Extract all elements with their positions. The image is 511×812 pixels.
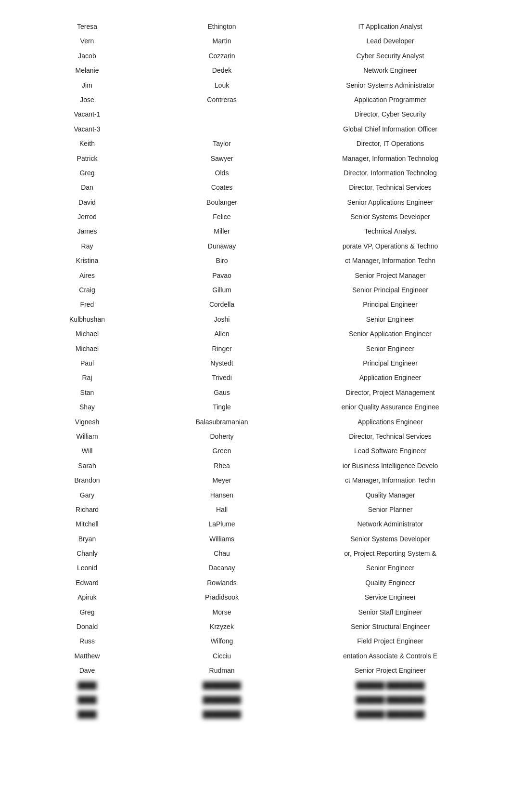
table-row: PatrickSawyerManager, Information Techno… <box>39 151 472 166</box>
table-row: ██████████████████ ████████ <box>39 693 472 707</box>
table-row: WillGreenLead Software Engineer <box>39 444 472 458</box>
last-name: Dacanay <box>174 563 270 573</box>
last-name: Pavao <box>174 270 270 281</box>
last-name <box>174 109 270 119</box>
table-row: ██████████████████ ████████ <box>39 678 472 693</box>
first-name: Stan <box>39 387 135 398</box>
first-name: Vacant-3 <box>39 124 135 134</box>
first-name: Russ <box>39 636 135 646</box>
first-name: Apiruk <box>39 592 135 602</box>
job-title: Senior Systems Administrator <box>308 80 472 91</box>
first-name: Jerrod <box>39 211 135 222</box>
job-title: Senior Principal Engineer <box>308 285 472 295</box>
last-name: ████████ <box>174 694 270 705</box>
first-name: Richard <box>39 504 135 515</box>
first-name: Brandon <box>39 475 135 485</box>
table-row: VernMartinLead Developer <box>39 34 472 48</box>
first-name: Keith <box>39 138 135 149</box>
job-title: ██████ ████████ <box>308 709 472 720</box>
table-row: MelanieDedekNetwork Engineer <box>39 63 472 78</box>
first-name: Matthew <box>39 651 135 661</box>
first-name: Shay <box>39 402 135 412</box>
job-title: Senior Engineer <box>308 314 472 325</box>
table-row: GregOldsDirector, Information Technolog <box>39 166 472 180</box>
job-title: Principal Engineer <box>308 299 472 310</box>
table-row: JerrodFeliceSenior Systems Developer <box>39 210 472 224</box>
first-name: Vern <box>39 36 135 46</box>
first-name: Craig <box>39 285 135 295</box>
table-row: GregMorseSenior Staff Engineer <box>39 605 472 619</box>
last-name: Contreras <box>174 94 270 105</box>
job-title: Senior Structural Engineer <box>308 621 472 632</box>
last-name: Dunaway <box>174 241 270 251</box>
last-name: Trivedi <box>174 372 270 383</box>
job-title: Field Project Engineer <box>308 636 472 646</box>
table-row: JacobCozzarinCyber Security Analyst <box>39 49 472 63</box>
table-row: LeonidDacanaySenior Engineer <box>39 561 472 575</box>
table-row: KulbhushanJoshiSenior Engineer <box>39 312 472 327</box>
table-row: MatthewCicciuentation Associate & Contro… <box>39 649 472 663</box>
first-name: Dan <box>39 182 135 193</box>
job-title: Director, Project Management <box>308 387 472 398</box>
first-name: Edward <box>39 577 135 588</box>
job-title: Senior Planner <box>308 504 472 515</box>
last-name: Miller <box>174 226 270 236</box>
job-title: ██████ ████████ <box>308 694 472 705</box>
job-title: Manager, Information Technolog <box>308 153 472 164</box>
last-name: Nystedt <box>174 358 270 368</box>
last-name: Cicciu <box>174 651 270 661</box>
last-name: Tingle <box>174 402 270 412</box>
first-name: Melanie <box>39 65 135 76</box>
table-row: KeithTaylorDirector, IT Operations <box>39 136 472 151</box>
job-title: Senior Applications Engineer <box>308 197 472 208</box>
last-name: Boulanger <box>174 197 270 208</box>
table-row: BryanWilliamsSenior Systems Developer <box>39 532 472 546</box>
first-name: Teresa <box>39 21 135 32</box>
first-name: Will <box>39 445 135 456</box>
last-name: Louk <box>174 80 270 91</box>
table-row: AiresPavaoSenior Project Manager <box>39 268 472 283</box>
first-name: Chanly <box>39 548 135 559</box>
first-name: Ray <box>39 241 135 251</box>
job-title: Senior Staff Engineer <box>308 607 472 617</box>
first-name: Gary <box>39 490 135 500</box>
table-row: MichaelAllenSenior Application Engineer <box>39 327 472 341</box>
first-name: David <box>39 197 135 208</box>
table-row: MichaelRingerSenior Engineer <box>39 341 472 356</box>
table-row: ChanlyChauor, Project Reporting System & <box>39 546 472 561</box>
job-title: Lead Software Engineer <box>308 445 472 456</box>
last-name: Olds <box>174 168 270 178</box>
last-name: LaPlume <box>174 519 270 529</box>
job-title: ct Manager, Information Techn <box>308 475 472 485</box>
last-name: Martin <box>174 36 270 46</box>
first-name: Jim <box>39 80 135 91</box>
first-name: Raj <box>39 372 135 383</box>
job-title: Lead Developer <box>308 36 472 46</box>
table-row: TeresaEthingtonIT Application Analyst <box>39 19 472 34</box>
last-name: Morse <box>174 607 270 617</box>
table-row: RajTrivediApplication Engineer <box>39 370 472 385</box>
table-row: ShayTingleenior Quality Assurance Engine… <box>39 400 472 414</box>
last-name: Cozzarin <box>174 51 270 61</box>
job-title: Senior Systems Developer <box>308 211 472 222</box>
last-name: Gillum <box>174 285 270 295</box>
job-title: Quality Engineer <box>308 577 472 588</box>
last-name: Wilfong <box>174 636 270 646</box>
table-row: CraigGillumSenior Principal Engineer <box>39 283 472 297</box>
table-row: JimLoukSenior Systems Administrator <box>39 78 472 92</box>
job-title: Senior Engineer <box>308 563 472 573</box>
table-row: GaryHansenQuality Manager <box>39 488 472 502</box>
last-name: Pradidsook <box>174 592 270 602</box>
table-row: VigneshBalasubramanianApplications Engin… <box>39 415 472 429</box>
table-row: WilliamDohertyDirector, Technical Servic… <box>39 429 472 444</box>
last-name: Williams <box>174 534 270 544</box>
last-name: Allen <box>174 328 270 339</box>
job-title: Senior Application Engineer <box>308 328 472 339</box>
table-row: PaulNystedtPrincipal Engineer <box>39 356 472 370</box>
table-row: ApirukPradidsookService Engineer <box>39 590 472 604</box>
job-title: ct Manager, Information Techn <box>308 255 472 266</box>
table-row: RussWilfongField Project Engineer <box>39 634 472 648</box>
last-name: Ringer <box>174 343 270 354</box>
last-name: Meyer <box>174 475 270 485</box>
job-title: Senior Systems Developer <box>308 534 472 544</box>
